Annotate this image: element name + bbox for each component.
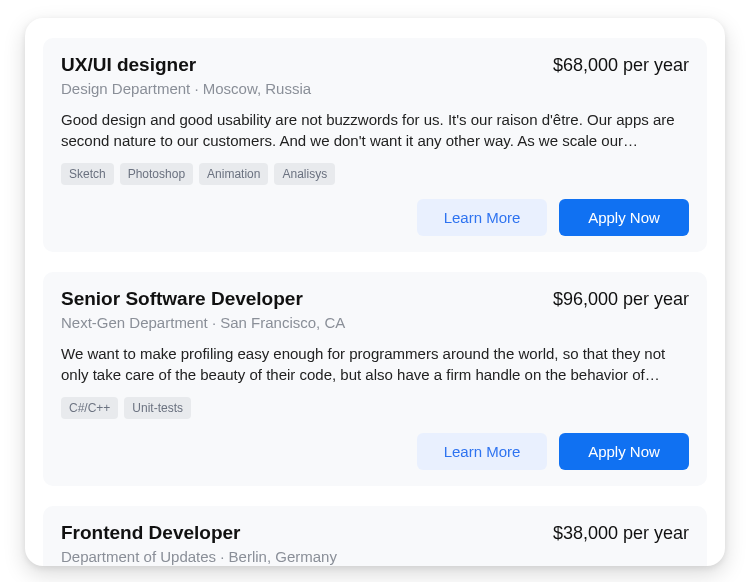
job-card: Senior Software Developer $96,000 per ye… <box>43 272 707 486</box>
apply-now-button[interactable]: Apply Now <box>559 433 689 470</box>
job-meta: Department of Updates · Berlin, Germany <box>61 548 689 565</box>
job-title: UX/UI designer <box>61 54 196 76</box>
job-meta: Next-Gen Department · San Francisco, CA <box>61 314 689 331</box>
apply-now-button[interactable]: Apply Now <box>559 199 689 236</box>
tag-row: Sketch Photoshop Animation Analisys <box>61 163 689 185</box>
skill-tag: Animation <box>199 163 268 185</box>
job-title: Frontend Developer <box>61 522 240 544</box>
job-salary: $38,000 per year <box>553 523 689 544</box>
skill-tag: Unit-tests <box>124 397 191 419</box>
skill-tag: Sketch <box>61 163 114 185</box>
job-meta: Design Department · Moscow, Russia <box>61 80 689 97</box>
job-description: Good design and good usability are not b… <box>61 109 689 151</box>
job-description: We want to make profiling easy enough fo… <box>61 343 689 385</box>
skill-tag: C#/C++ <box>61 397 118 419</box>
learn-more-button[interactable]: Learn More <box>417 199 547 236</box>
skill-tag: Analisys <box>274 163 335 185</box>
skill-tag: Photoshop <box>120 163 193 185</box>
tag-row: C#/C++ Unit-tests <box>61 397 689 419</box>
job-title: Senior Software Developer <box>61 288 303 310</box>
job-salary: $96,000 per year <box>553 289 689 310</box>
job-card: Frontend Developer $38,000 per year Depa… <box>43 506 707 566</box>
job-salary: $68,000 per year <box>553 55 689 76</box>
learn-more-button[interactable]: Learn More <box>417 433 547 470</box>
job-card: UX/UI designer $68,000 per year Design D… <box>43 38 707 252</box>
job-list-panel: UX/UI designer $68,000 per year Design D… <box>25 18 725 566</box>
